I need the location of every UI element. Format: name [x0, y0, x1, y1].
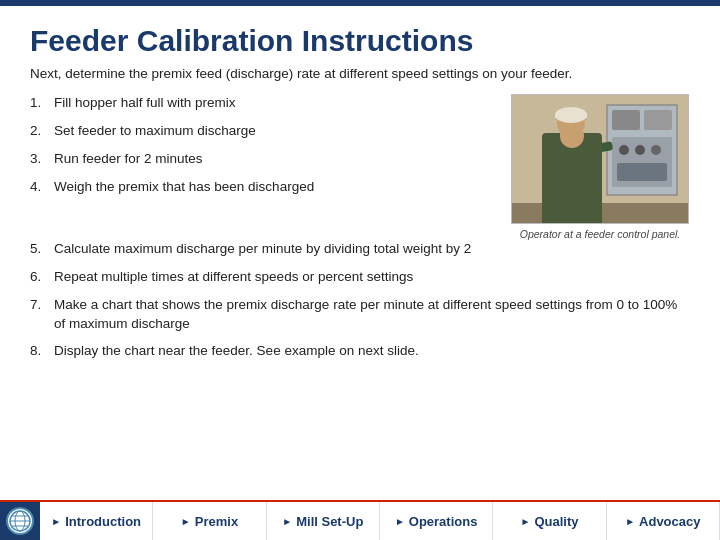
list-item: 5. Calculate maximum discharge per minut…	[30, 240, 690, 259]
advocacy-arrow: ►	[625, 516, 635, 527]
nav-item-quality[interactable]: ► Quality	[493, 502, 606, 540]
list-item: 7. Make a chart that shows the premix di…	[30, 296, 690, 334]
feeder-image	[511, 94, 689, 224]
quality-arrow: ►	[520, 516, 530, 527]
logo-circle	[6, 507, 34, 535]
svg-rect-2	[612, 110, 640, 130]
list-num-6: 6.	[30, 268, 48, 287]
list-num-2: 2.	[30, 122, 48, 141]
svg-rect-8	[617, 163, 667, 181]
list-text-3: Run feeder for 2 minutes	[54, 150, 203, 169]
list-num-1: 1.	[30, 94, 48, 113]
nav-item-millsetup[interactable]: ► Mill Set-Up	[267, 502, 380, 540]
svg-point-6	[635, 145, 645, 155]
content-area: 1. Fill hopper half full with premix 2. …	[30, 94, 690, 240]
nav-items: ► Introduction ► Premix ► Mill Set-Up ► …	[40, 502, 720, 540]
list-num-7: 7.	[30, 296, 48, 334]
introduction-arrow: ►	[51, 516, 61, 527]
image-caption: Operator at a feeder control panel.	[520, 228, 681, 240]
bottom-nav: ► Introduction ► Premix ► Mill Set-Up ► …	[0, 500, 720, 540]
millsetup-arrow: ►	[282, 516, 292, 527]
list-text-1: Fill hopper half full with premix	[54, 94, 236, 113]
nav-item-operations[interactable]: ► Operations	[380, 502, 493, 540]
svg-rect-14	[512, 203, 689, 224]
list-text-4: Weigh the premix that has been discharge…	[54, 178, 314, 197]
page-title: Feeder Calibration Instructions	[30, 24, 690, 57]
list-text-7: Make a chart that shows the premix disch…	[54, 296, 690, 334]
quality-label: Quality	[534, 514, 578, 529]
list-num-8: 8.	[30, 342, 48, 361]
svg-rect-9	[550, 133, 592, 203]
premix-arrow: ►	[181, 516, 191, 527]
svg-point-5	[619, 145, 629, 155]
image-panel: Operator at a feeder control panel.	[510, 94, 690, 240]
premix-label: Premix	[195, 514, 238, 529]
list-item: 2. Set feeder to maximum discharge	[30, 122, 494, 141]
list-item: 4. Weigh the premix that has been discha…	[30, 178, 494, 197]
svg-point-7	[651, 145, 661, 155]
nav-item-introduction[interactable]: ► Introduction	[40, 502, 153, 540]
advocacy-label: Advocacy	[639, 514, 700, 529]
svg-rect-12	[555, 113, 587, 118]
list-item: 8. Display the chart near the feeder. Se…	[30, 342, 690, 361]
list-item: 6. Repeat multiple times at different sp…	[30, 268, 690, 287]
millsetup-label: Mill Set-Up	[296, 514, 363, 529]
list-text-6: Repeat multiple times at different speed…	[54, 268, 413, 287]
svg-rect-3	[644, 110, 672, 130]
list-section-top: 1. Fill hopper half full with premix 2. …	[30, 94, 494, 240]
list-num-4: 4.	[30, 178, 48, 197]
list-item: 3. Run feeder for 2 minutes	[30, 150, 494, 169]
list-text-2: Set feeder to maximum discharge	[54, 122, 256, 141]
list-num-5: 5.	[30, 240, 48, 259]
list-text-8: Display the chart near the feeder. See e…	[54, 342, 419, 361]
list-item: 1. Fill hopper half full with premix	[30, 94, 494, 113]
nav-item-advocacy[interactable]: ► Advocacy	[607, 502, 720, 540]
list-num-3: 3.	[30, 150, 48, 169]
introduction-label: Introduction	[65, 514, 141, 529]
full-width-items: 5. Calculate maximum discharge per minut…	[30, 240, 690, 361]
nav-logo	[0, 502, 40, 540]
main-content: Feeder Calibration Instructions Next, de…	[0, 6, 720, 486]
list-text-5: Calculate maximum discharge per minute b…	[54, 240, 471, 259]
subtitle-text: Next, determine the premix feed (dischar…	[30, 65, 690, 84]
nav-item-premix[interactable]: ► Premix	[153, 502, 266, 540]
operations-label: Operations	[409, 514, 478, 529]
operations-arrow: ►	[395, 516, 405, 527]
